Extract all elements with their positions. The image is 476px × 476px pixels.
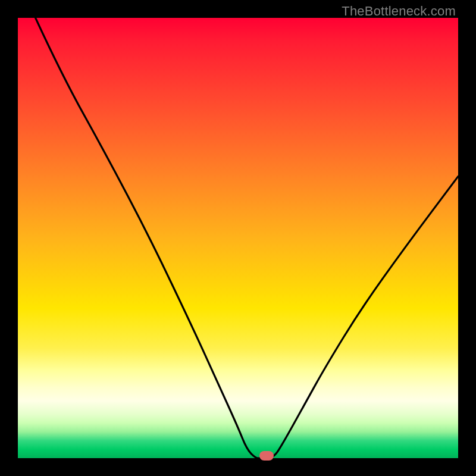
curve-svg: [18, 18, 458, 458]
plot-area: [18, 18, 458, 458]
bottleneck-curve-path: [36, 18, 458, 458]
attribution-label: TheBottleneck.com: [342, 4, 456, 19]
optimum-marker: [259, 451, 274, 461]
bottleneck-chart: TheBottleneck.com: [0, 0, 476, 476]
